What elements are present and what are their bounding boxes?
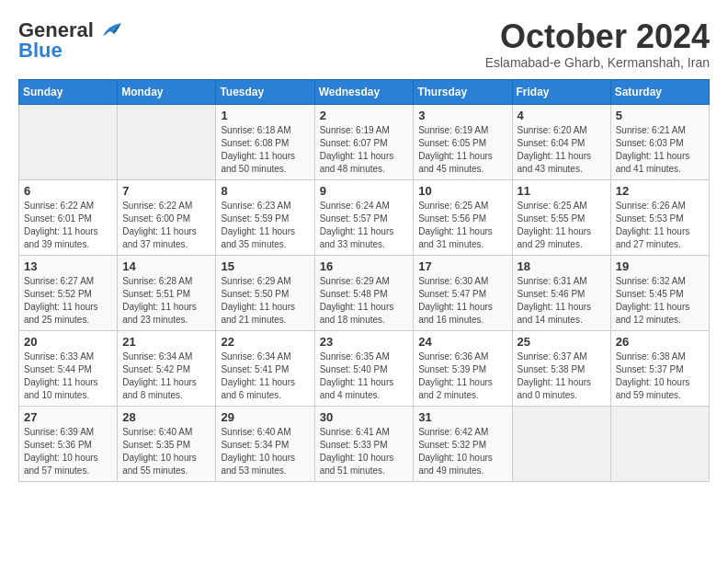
day-info: Sunrise: 6:36 AM Sunset: 5:39 PM Dayligh…: [418, 350, 506, 402]
sunset: Sunset: 5:52 PM: [24, 289, 92, 299]
calendar-cell: 11 Sunrise: 6:25 AM Sunset: 5:55 PM Dayl…: [512, 179, 610, 255]
calendar-cell: 16 Sunrise: 6:29 AM Sunset: 5:48 PM Dayl…: [314, 255, 414, 330]
daylight: Daylight: 11 hours and 35 minutes.: [221, 226, 295, 249]
sunrise: Sunrise: 6:23 AM: [221, 201, 290, 211]
daylight: Daylight: 10 hours and 59 minutes.: [616, 377, 690, 400]
sunset: Sunset: 6:08 PM: [221, 138, 289, 148]
daylight: Daylight: 11 hours and 41 minutes.: [616, 151, 690, 174]
day-number: 31: [418, 410, 506, 424]
day-number: 29: [221, 410, 309, 424]
day-info: Sunrise: 6:29 AM Sunset: 5:50 PM Dayligh…: [221, 275, 309, 327]
sunset: Sunset: 6:04 PM: [518, 138, 586, 148]
sunrise: Sunrise: 6:18 AM: [221, 125, 290, 135]
calendar-cell: [512, 406, 610, 481]
sunrise: Sunrise: 6:33 AM: [24, 351, 94, 362]
day-info: Sunrise: 6:40 AM Sunset: 5:34 PM Dayligh…: [221, 426, 309, 477]
sunrise: Sunrise: 6:42 AM: [418, 427, 488, 437]
daylight: Daylight: 10 hours and 55 minutes.: [122, 453, 197, 476]
day-info: Sunrise: 6:38 AM Sunset: 5:37 PM Dayligh…: [616, 350, 704, 402]
sunrise: Sunrise: 6:26 AM: [616, 201, 686, 211]
sunset: Sunset: 6:03 PM: [616, 138, 684, 148]
day-info: Sunrise: 6:19 AM Sunset: 6:05 PM Dayligh…: [418, 124, 506, 176]
sunrise: Sunrise: 6:22 AM: [122, 201, 192, 211]
sunset: Sunset: 5:53 PM: [616, 213, 684, 224]
sunrise: Sunrise: 6:24 AM: [320, 201, 390, 211]
calendar-cell: 22 Sunrise: 6:34 AM Sunset: 5:41 PM Dayl…: [216, 330, 314, 406]
daylight: Daylight: 11 hours and 16 minutes.: [418, 302, 493, 325]
sunset: Sunset: 5:42 PM: [122, 364, 190, 374]
daylight: Daylight: 11 hours and 33 minutes.: [320, 226, 394, 249]
daylight: Daylight: 11 hours and 12 minutes.: [616, 302, 690, 325]
sunset: Sunset: 5:56 PM: [418, 213, 486, 224]
sunrise: Sunrise: 6:19 AM: [320, 125, 390, 135]
sunrise: Sunrise: 6:36 AM: [418, 351, 488, 362]
header-thursday: Thursday: [414, 79, 512, 104]
sunrise: Sunrise: 6:31 AM: [518, 276, 587, 286]
day-number: 18: [518, 259, 606, 273]
day-info: Sunrise: 6:26 AM Sunset: 5:53 PM Dayligh…: [616, 200, 704, 251]
day-number: 12: [616, 184, 704, 198]
calendar-cell: 28 Sunrise: 6:40 AM Sunset: 5:35 PM Dayl…: [118, 406, 216, 481]
calendar-cell: [610, 406, 709, 481]
calendar-cell: 18 Sunrise: 6:31 AM Sunset: 5:46 PM Dayl…: [512, 255, 610, 330]
sunrise: Sunrise: 6:21 AM: [616, 125, 686, 135]
calendar-cell: 8 Sunrise: 6:23 AM Sunset: 5:59 PM Dayli…: [216, 179, 314, 255]
daylight: Daylight: 10 hours and 51 minutes.: [320, 453, 394, 476]
calendar-cell: 4 Sunrise: 6:20 AM Sunset: 6:04 PM Dayli…: [512, 104, 610, 179]
daylight: Daylight: 11 hours and 21 minutes.: [221, 302, 295, 325]
sunset: Sunset: 5:48 PM: [320, 289, 388, 299]
day-info: Sunrise: 6:32 AM Sunset: 5:45 PM Dayligh…: [616, 275, 704, 327]
day-number: 20: [24, 335, 112, 349]
day-number: 25: [518, 335, 606, 349]
sunset: Sunset: 5:37 PM: [616, 364, 684, 374]
sunrise: Sunrise: 6:25 AM: [518, 201, 587, 211]
daylight: Daylight: 11 hours and 10 minutes.: [24, 377, 98, 400]
day-info: Sunrise: 6:33 AM Sunset: 5:44 PM Dayligh…: [24, 350, 112, 402]
day-number: 27: [24, 410, 112, 424]
calendar-cell: 13 Sunrise: 6:27 AM Sunset: 5:52 PM Dayl…: [19, 255, 118, 330]
calendar-cell: 23 Sunrise: 6:35 AM Sunset: 5:40 PM Dayl…: [314, 330, 414, 406]
calendar-cell: 5 Sunrise: 6:21 AM Sunset: 6:03 PM Dayli…: [610, 104, 709, 179]
day-number: 9: [320, 184, 409, 198]
sunrise: Sunrise: 6:39 AM: [24, 427, 94, 437]
week-row-4: 20 Sunrise: 6:33 AM Sunset: 5:44 PM Dayl…: [19, 330, 710, 406]
day-number: 24: [418, 335, 506, 349]
sunrise: Sunrise: 6:27 AM: [24, 276, 94, 286]
day-info: Sunrise: 6:31 AM Sunset: 5:46 PM Dayligh…: [518, 275, 606, 327]
sunrise: Sunrise: 6:34 AM: [122, 351, 192, 362]
day-info: Sunrise: 6:37 AM Sunset: 5:38 PM Dayligh…: [518, 350, 606, 402]
daylight: Daylight: 11 hours and 37 minutes.: [122, 226, 197, 249]
daylight: Daylight: 11 hours and 0 minutes.: [518, 377, 592, 400]
day-number: 19: [616, 259, 704, 273]
day-number: 16: [320, 259, 409, 273]
daylight: Daylight: 11 hours and 29 minutes.: [518, 226, 592, 249]
day-number: 28: [122, 410, 210, 424]
calendar-cell: 9 Sunrise: 6:24 AM Sunset: 5:57 PM Dayli…: [314, 179, 414, 255]
calendar-cell: 26 Sunrise: 6:38 AM Sunset: 5:37 PM Dayl…: [610, 330, 709, 406]
day-info: Sunrise: 6:40 AM Sunset: 5:35 PM Dayligh…: [122, 426, 210, 477]
calendar-cell: 3 Sunrise: 6:19 AM Sunset: 6:05 PM Dayli…: [414, 104, 512, 179]
calendar-cell: 30 Sunrise: 6:41 AM Sunset: 5:33 PM Dayl…: [314, 406, 414, 481]
day-info: Sunrise: 6:39 AM Sunset: 5:36 PM Dayligh…: [24, 426, 112, 477]
sunrise: Sunrise: 6:35 AM: [320, 351, 390, 362]
daylight: Daylight: 11 hours and 45 minutes.: [418, 151, 493, 174]
calendar-cell: [118, 104, 216, 179]
logo-blue: Blue: [18, 39, 63, 63]
daylight: Daylight: 11 hours and 8 minutes.: [122, 377, 197, 400]
day-number: 22: [221, 335, 309, 349]
location: Eslamabad-e Gharb, Kermanshah, Iran: [485, 55, 710, 70]
header-tuesday: Tuesday: [216, 79, 314, 104]
header-wednesday: Wednesday: [314, 79, 414, 104]
sunset: Sunset: 5:47 PM: [418, 289, 486, 299]
sunrise: Sunrise: 6:29 AM: [221, 276, 290, 286]
calendar-cell: 2 Sunrise: 6:19 AM Sunset: 6:07 PM Dayli…: [314, 104, 414, 179]
calendar-cell: 17 Sunrise: 6:30 AM Sunset: 5:47 PM Dayl…: [414, 255, 512, 330]
calendar-cell: 14 Sunrise: 6:28 AM Sunset: 5:51 PM Dayl…: [118, 255, 216, 330]
day-info: Sunrise: 6:27 AM Sunset: 5:52 PM Dayligh…: [24, 275, 112, 327]
day-info: Sunrise: 6:23 AM Sunset: 5:59 PM Dayligh…: [221, 200, 309, 251]
sunset: Sunset: 6:05 PM: [418, 138, 486, 148]
sunset: Sunset: 5:36 PM: [24, 440, 92, 450]
daylight: Daylight: 10 hours and 53 minutes.: [221, 453, 295, 476]
calendar-cell: 19 Sunrise: 6:32 AM Sunset: 5:45 PM Dayl…: [610, 255, 709, 330]
calendar-cell: 12 Sunrise: 6:26 AM Sunset: 5:53 PM Dayl…: [610, 179, 709, 255]
